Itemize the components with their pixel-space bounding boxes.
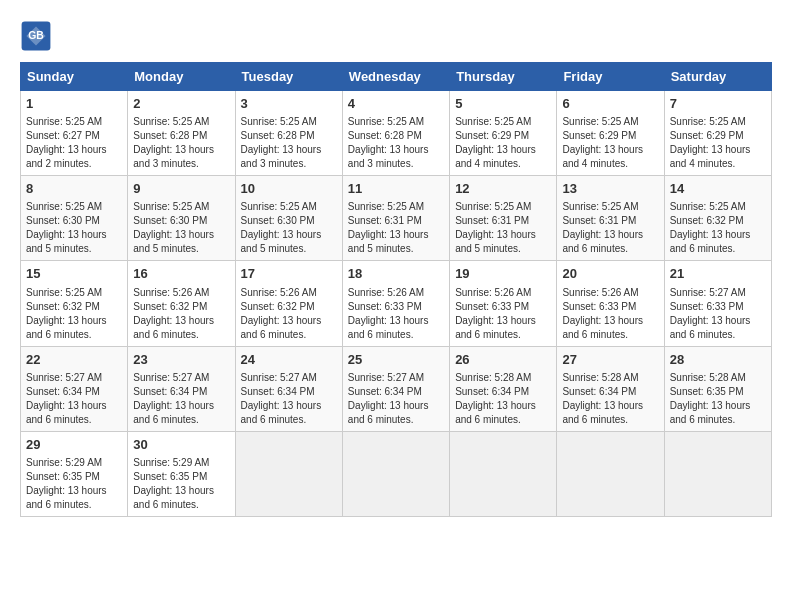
day-info: Sunrise: 5:26 AMSunset: 6:33 PMDaylight:… — [348, 286, 444, 342]
day-number: 17 — [241, 265, 337, 283]
day-info: Sunrise: 5:25 AMSunset: 6:30 PMDaylight:… — [241, 200, 337, 256]
day-number: 9 — [133, 180, 229, 198]
day-info: Sunrise: 5:25 AMSunset: 6:29 PMDaylight:… — [562, 115, 658, 171]
day-info: Sunrise: 5:25 AMSunset: 6:31 PMDaylight:… — [562, 200, 658, 256]
calendar-cell: 13Sunrise: 5:25 AMSunset: 6:31 PMDayligh… — [557, 176, 664, 261]
calendar-cell: 7Sunrise: 5:25 AMSunset: 6:29 PMDaylight… — [664, 91, 771, 176]
day-info: Sunrise: 5:27 AMSunset: 6:33 PMDaylight:… — [670, 286, 766, 342]
calendar-cell: 30Sunrise: 5:29 AMSunset: 6:35 PMDayligh… — [128, 431, 235, 516]
day-info: Sunrise: 5:25 AMSunset: 6:31 PMDaylight:… — [348, 200, 444, 256]
calendar-cell: 16Sunrise: 5:26 AMSunset: 6:32 PMDayligh… — [128, 261, 235, 346]
day-info: Sunrise: 5:25 AMSunset: 6:32 PMDaylight:… — [670, 200, 766, 256]
day-info: Sunrise: 5:25 AMSunset: 6:28 PMDaylight:… — [348, 115, 444, 171]
day-number: 7 — [670, 95, 766, 113]
day-number: 26 — [455, 351, 551, 369]
day-number: 8 — [26, 180, 122, 198]
day-info: Sunrise: 5:27 AMSunset: 6:34 PMDaylight:… — [133, 371, 229, 427]
day-number: 28 — [670, 351, 766, 369]
calendar-cell: 6Sunrise: 5:25 AMSunset: 6:29 PMDaylight… — [557, 91, 664, 176]
day-info: Sunrise: 5:26 AMSunset: 6:33 PMDaylight:… — [562, 286, 658, 342]
day-info: Sunrise: 5:25 AMSunset: 6:31 PMDaylight:… — [455, 200, 551, 256]
calendar-table: SundayMondayTuesdayWednesdayThursdayFrid… — [20, 62, 772, 517]
calendar-cell: 24Sunrise: 5:27 AMSunset: 6:34 PMDayligh… — [235, 346, 342, 431]
day-number: 11 — [348, 180, 444, 198]
day-number: 10 — [241, 180, 337, 198]
col-header-friday: Friday — [557, 63, 664, 91]
calendar-cell: 5Sunrise: 5:25 AMSunset: 6:29 PMDaylight… — [450, 91, 557, 176]
day-number: 24 — [241, 351, 337, 369]
calendar-cell: 22Sunrise: 5:27 AMSunset: 6:34 PMDayligh… — [21, 346, 128, 431]
calendar-cell: 12Sunrise: 5:25 AMSunset: 6:31 PMDayligh… — [450, 176, 557, 261]
day-info: Sunrise: 5:29 AMSunset: 6:35 PMDaylight:… — [26, 456, 122, 512]
day-number: 25 — [348, 351, 444, 369]
day-info: Sunrise: 5:27 AMSunset: 6:34 PMDaylight:… — [26, 371, 122, 427]
day-number: 22 — [26, 351, 122, 369]
day-number: 1 — [26, 95, 122, 113]
day-info: Sunrise: 5:28 AMSunset: 6:35 PMDaylight:… — [670, 371, 766, 427]
calendar-cell — [235, 431, 342, 516]
svg-text:GB: GB — [28, 30, 44, 41]
day-number: 12 — [455, 180, 551, 198]
day-info: Sunrise: 5:27 AMSunset: 6:34 PMDaylight:… — [348, 371, 444, 427]
calendar-header-row: SundayMondayTuesdayWednesdayThursdayFrid… — [21, 63, 772, 91]
calendar-cell: 10Sunrise: 5:25 AMSunset: 6:30 PMDayligh… — [235, 176, 342, 261]
day-number: 20 — [562, 265, 658, 283]
col-header-sunday: Sunday — [21, 63, 128, 91]
calendar-cell: 15Sunrise: 5:25 AMSunset: 6:32 PMDayligh… — [21, 261, 128, 346]
day-number: 16 — [133, 265, 229, 283]
day-info: Sunrise: 5:29 AMSunset: 6:35 PMDaylight:… — [133, 456, 229, 512]
day-info: Sunrise: 5:25 AMSunset: 6:30 PMDaylight:… — [133, 200, 229, 256]
calendar-cell: 29Sunrise: 5:29 AMSunset: 6:35 PMDayligh… — [21, 431, 128, 516]
day-number: 21 — [670, 265, 766, 283]
day-info: Sunrise: 5:27 AMSunset: 6:34 PMDaylight:… — [241, 371, 337, 427]
logo-icon: GB — [20, 20, 52, 52]
calendar-cell: 20Sunrise: 5:26 AMSunset: 6:33 PMDayligh… — [557, 261, 664, 346]
day-info: Sunrise: 5:25 AMSunset: 6:28 PMDaylight:… — [241, 115, 337, 171]
day-info: Sunrise: 5:28 AMSunset: 6:34 PMDaylight:… — [455, 371, 551, 427]
day-info: Sunrise: 5:25 AMSunset: 6:27 PMDaylight:… — [26, 115, 122, 171]
day-info: Sunrise: 5:26 AMSunset: 6:32 PMDaylight:… — [133, 286, 229, 342]
calendar-cell — [342, 431, 449, 516]
day-number: 19 — [455, 265, 551, 283]
day-info: Sunrise: 5:25 AMSunset: 6:28 PMDaylight:… — [133, 115, 229, 171]
col-header-wednesday: Wednesday — [342, 63, 449, 91]
day-info: Sunrise: 5:28 AMSunset: 6:34 PMDaylight:… — [562, 371, 658, 427]
day-number: 29 — [26, 436, 122, 454]
day-info: Sunrise: 5:25 AMSunset: 6:32 PMDaylight:… — [26, 286, 122, 342]
calendar-cell: 9Sunrise: 5:25 AMSunset: 6:30 PMDaylight… — [128, 176, 235, 261]
calendar-cell: 8Sunrise: 5:25 AMSunset: 6:30 PMDaylight… — [21, 176, 128, 261]
day-number: 23 — [133, 351, 229, 369]
day-info: Sunrise: 5:25 AMSunset: 6:29 PMDaylight:… — [455, 115, 551, 171]
calendar-cell: 3Sunrise: 5:25 AMSunset: 6:28 PMDaylight… — [235, 91, 342, 176]
logo: GB — [20, 20, 56, 52]
calendar-cell — [450, 431, 557, 516]
calendar-week-3: 15Sunrise: 5:25 AMSunset: 6:32 PMDayligh… — [21, 261, 772, 346]
day-number: 15 — [26, 265, 122, 283]
col-header-saturday: Saturday — [664, 63, 771, 91]
calendar-cell: 1Sunrise: 5:25 AMSunset: 6:27 PMDaylight… — [21, 91, 128, 176]
day-info: Sunrise: 5:25 AMSunset: 6:30 PMDaylight:… — [26, 200, 122, 256]
calendar-cell: 27Sunrise: 5:28 AMSunset: 6:34 PMDayligh… — [557, 346, 664, 431]
page-header: GB — [20, 20, 772, 52]
calendar-cell: 21Sunrise: 5:27 AMSunset: 6:33 PMDayligh… — [664, 261, 771, 346]
day-number: 4 — [348, 95, 444, 113]
calendar-cell: 28Sunrise: 5:28 AMSunset: 6:35 PMDayligh… — [664, 346, 771, 431]
day-number: 6 — [562, 95, 658, 113]
day-number: 5 — [455, 95, 551, 113]
calendar-cell: 4Sunrise: 5:25 AMSunset: 6:28 PMDaylight… — [342, 91, 449, 176]
day-number: 14 — [670, 180, 766, 198]
calendar-cell — [557, 431, 664, 516]
calendar-cell: 23Sunrise: 5:27 AMSunset: 6:34 PMDayligh… — [128, 346, 235, 431]
calendar-cell: 26Sunrise: 5:28 AMSunset: 6:34 PMDayligh… — [450, 346, 557, 431]
day-info: Sunrise: 5:26 AMSunset: 6:33 PMDaylight:… — [455, 286, 551, 342]
day-number: 13 — [562, 180, 658, 198]
day-number: 3 — [241, 95, 337, 113]
day-number: 2 — [133, 95, 229, 113]
col-header-monday: Monday — [128, 63, 235, 91]
calendar-cell: 11Sunrise: 5:25 AMSunset: 6:31 PMDayligh… — [342, 176, 449, 261]
calendar-week-5: 29Sunrise: 5:29 AMSunset: 6:35 PMDayligh… — [21, 431, 772, 516]
calendar-cell: 17Sunrise: 5:26 AMSunset: 6:32 PMDayligh… — [235, 261, 342, 346]
col-header-thursday: Thursday — [450, 63, 557, 91]
calendar-week-2: 8Sunrise: 5:25 AMSunset: 6:30 PMDaylight… — [21, 176, 772, 261]
calendar-week-1: 1Sunrise: 5:25 AMSunset: 6:27 PMDaylight… — [21, 91, 772, 176]
